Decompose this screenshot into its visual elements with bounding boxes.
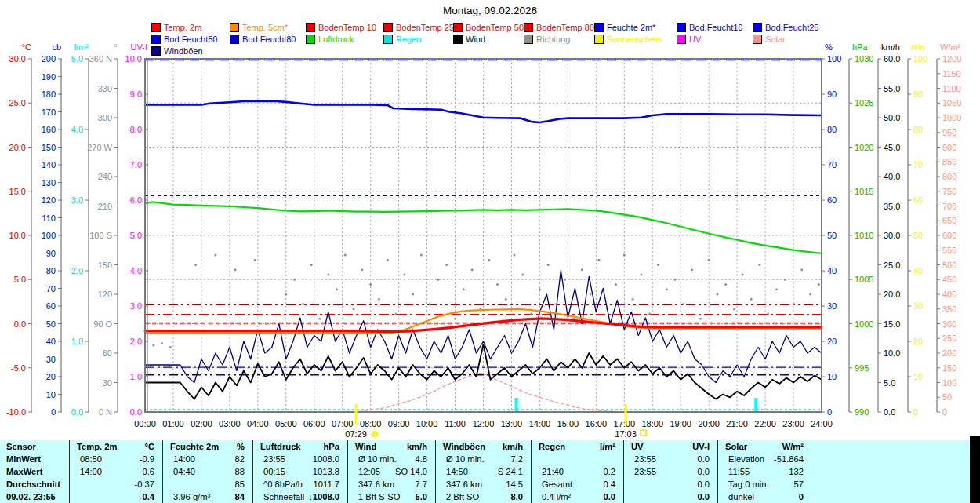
axis-bodenfeuchte-cb: cb20019018017016015014013012011010090807… xyxy=(42,42,62,417)
stats-table: SensorMinWertMaxWertDurchschnitt09.02. 2… xyxy=(0,440,970,503)
axis-tick-label: 1020 xyxy=(855,143,873,152)
axis-tick-label: 600 xyxy=(942,231,956,240)
axis-tick-label: 15.0 xyxy=(884,319,900,329)
hour-label: 11:00 xyxy=(445,419,466,428)
axis-tick-label: 80 xyxy=(46,266,56,275)
hour-label: 17:00 xyxy=(614,419,636,428)
table-col-unit-solar: W/m² xyxy=(725,440,804,453)
axis-tick-label: 10.0 xyxy=(9,231,26,240)
table-cell-value: ↓1008.0 xyxy=(260,490,339,503)
axis-tick-label: 400 xyxy=(942,290,956,299)
axis-tick-label: 20 xyxy=(913,337,923,346)
axis-tick-label: 130 xyxy=(42,178,56,188)
axis-tick-label: 1150 xyxy=(942,69,961,78)
hour-label: 21:00 xyxy=(726,419,748,428)
axis-unit-label: °C xyxy=(22,42,31,52)
axis-tick-label: 1100 xyxy=(942,84,961,93)
axis-tick-label: 270 W xyxy=(87,143,112,152)
sunset-tick xyxy=(625,404,627,425)
axis-tick-label: 190 xyxy=(42,72,56,82)
table-column-separator xyxy=(162,440,163,503)
axis-tick-label: 70 xyxy=(827,160,837,169)
axis-tick-label: 40 xyxy=(913,266,923,275)
table-column-separator xyxy=(435,440,436,503)
axis-tick-label: 80 xyxy=(827,125,837,134)
axis-tick-label: 30 xyxy=(827,301,837,311)
axis-tick-label: 20.0 xyxy=(9,143,26,152)
axis-tick-label: 5.0 xyxy=(130,231,142,240)
hour-label: 07:00 xyxy=(332,419,354,428)
axis-tick-label: 30.0 xyxy=(884,231,900,240)
axis-tick-label: 0.0 xyxy=(14,319,26,329)
axis-tick-label: 90 O xyxy=(93,319,112,329)
table-col-unit-temp-2m: °C xyxy=(77,440,154,453)
table-column-separator xyxy=(69,440,70,503)
axis-tick-label: 30 xyxy=(46,355,56,364)
hour-label: 16:00 xyxy=(586,419,608,428)
axis-richtung-grad: °360 N330300270 W240210180 S15012090 O60… xyxy=(87,42,118,417)
table-row-label-09-02-23-55: 09.02. 23:55 xyxy=(6,490,67,503)
axis-tick-label: 50 xyxy=(827,231,837,240)
axis-tick-label: 0.0 xyxy=(71,407,83,417)
axis-tick-label: 1.0 xyxy=(130,372,142,381)
axis-tick-label: 5.0 xyxy=(71,54,83,64)
table-row-label-minwert: MinWert xyxy=(6,453,67,465)
table-cell-value: 88 xyxy=(170,465,245,478)
axis-tick-label: 0 xyxy=(942,407,947,417)
axis-tick-label: 60 xyxy=(46,301,56,311)
axis-tick-label: 5.0 xyxy=(884,378,895,388)
table-cell-value: 7.7 xyxy=(355,478,427,490)
axis-tick-label: 100 xyxy=(942,378,956,388)
axis-tick-label: 8.0 xyxy=(130,125,142,134)
series-luftdruck xyxy=(145,202,822,253)
table-cell-value: 0.0 xyxy=(631,453,710,465)
sunrise-time-label: 07:29 xyxy=(345,429,367,439)
series-richtung xyxy=(152,254,820,349)
axis-tick-label: 20.0 xyxy=(884,290,900,299)
hour-label: 00:00 xyxy=(134,419,156,428)
axis-tick-label: 45.0 xyxy=(884,143,900,152)
hour-label: 09:00 xyxy=(388,419,410,428)
hour-label: 24:00 xyxy=(811,419,833,428)
table-cell-value: 57 xyxy=(725,478,804,490)
axis-tick-label: 10 xyxy=(827,372,837,381)
axis-tick-label: 60 xyxy=(913,195,923,205)
axis-tick-label: 100 xyxy=(913,54,927,64)
axis-tick-label: 990 xyxy=(855,407,869,417)
axis-tick-label: 210 xyxy=(98,202,112,211)
axis-tick-label: 1000 xyxy=(855,319,873,329)
table-cell-value: 0.0 xyxy=(539,490,615,503)
table-cell-value: 82 xyxy=(170,453,245,465)
sunset-time-label: 17:03 xyxy=(615,429,637,439)
axis-tick-label: 50 xyxy=(46,319,56,329)
sunrise-sun-icon xyxy=(370,429,379,439)
axis-tick-label: 240 xyxy=(98,172,112,181)
hour-label: 05:00 xyxy=(275,419,297,428)
axis-tick-label: 10.0 xyxy=(125,54,142,64)
axis-solar-wm2: W/m²120011501100105010009509008508007507… xyxy=(937,42,961,417)
axis-tick-label: 30 xyxy=(103,378,112,388)
table-cell-value: 14.5 xyxy=(443,478,523,490)
axis-tick-label: 90 xyxy=(913,89,923,99)
hour-label: 02:00 xyxy=(191,419,212,428)
axis-regen-lm2: l/m²5.04.03.02.01.00.0 xyxy=(71,42,89,417)
axis-tick-label: 10 xyxy=(913,372,923,381)
table-row-label-maxwert: MaxWert xyxy=(6,465,67,478)
table-column-separator xyxy=(717,440,718,503)
axis-tick-label: 50.0 xyxy=(884,113,900,122)
table-col-unit-regen: l/m² xyxy=(539,440,615,453)
axis-tick-label: 500 xyxy=(942,261,956,270)
axis-tick-label: 140 xyxy=(42,160,56,169)
axis-tick-label: 30 xyxy=(913,301,923,311)
axis-tick-label: 950 xyxy=(942,128,956,137)
hour-label: 20:00 xyxy=(698,419,720,428)
axis-tick-label: 55.0 xyxy=(884,84,900,93)
table-cell-value: 84 xyxy=(170,490,245,503)
axis-tick-label: 40 xyxy=(827,266,837,275)
axis-tick-label: 2.0 xyxy=(130,337,142,346)
series-wind xyxy=(145,344,822,399)
axis-tick-label: 50 xyxy=(942,392,952,402)
weather-day-view: Montag, 09.02.2026 Temp. 2mTemp. 5cm*Bod… xyxy=(0,0,980,503)
axis-luftdruck-hpa: hPa1030102510201015101010051000995990 xyxy=(849,42,873,417)
axis-tick-label: 0 xyxy=(913,407,918,417)
